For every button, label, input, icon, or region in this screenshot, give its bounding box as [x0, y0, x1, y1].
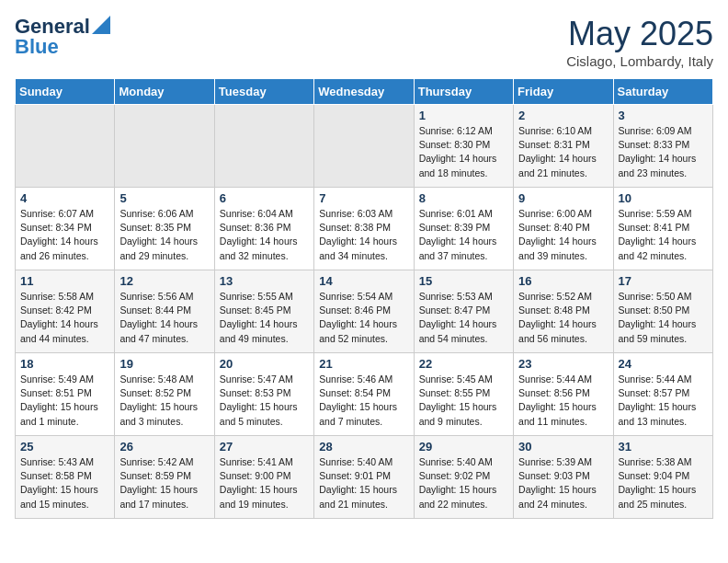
- day-number: 23: [518, 357, 608, 371]
- day-number: 18: [20, 357, 109, 371]
- calendar-cell: [314, 105, 414, 188]
- calendar-cell: [16, 105, 115, 188]
- day-number: 6: [220, 191, 309, 205]
- calendar-cell: 29Sunrise: 5:40 AM Sunset: 9:02 PM Dayli…: [414, 436, 513, 519]
- calendar-cell: 9Sunrise: 6:00 AM Sunset: 8:40 PM Daylig…: [514, 188, 613, 270]
- day-number: 27: [220, 440, 309, 454]
- calendar-cell: 23Sunrise: 5:44 AM Sunset: 8:56 PM Dayli…: [514, 353, 613, 436]
- calendar-cell: 25Sunrise: 5:43 AM Sunset: 8:58 PM Dayli…: [16, 436, 115, 519]
- calendar-cell: [115, 105, 214, 188]
- calendar-cell: 30Sunrise: 5:39 AM Sunset: 9:03 PM Dayli…: [514, 436, 613, 519]
- day-info: Sunrise: 6:10 AM Sunset: 8:31 PM Dayligh…: [518, 124, 608, 180]
- calendar-cell: 8Sunrise: 6:01 AM Sunset: 8:39 PM Daylig…: [414, 188, 513, 270]
- day-number: 31: [619, 440, 708, 454]
- day-number: 29: [419, 440, 508, 454]
- day-info: Sunrise: 5:42 AM Sunset: 8:59 PM Dayligh…: [119, 455, 209, 511]
- calendar-cell: 3Sunrise: 6:09 AM Sunset: 8:33 PM Daylig…: [613, 105, 712, 188]
- logo-triangle-icon: [92, 16, 110, 34]
- location: Cislago, Lombardy, Italy: [566, 53, 713, 69]
- day-number: 30: [518, 440, 608, 454]
- week-row-3: 11Sunrise: 5:58 AM Sunset: 8:42 PM Dayli…: [16, 270, 713, 353]
- day-number: 10: [619, 191, 708, 205]
- svg-marker-0: [92, 16, 110, 34]
- day-number: 15: [419, 274, 508, 288]
- day-number: 11: [20, 274, 109, 288]
- calendar-cell: 22Sunrise: 5:45 AM Sunset: 8:55 PM Dayli…: [414, 353, 513, 436]
- calendar-cell: 14Sunrise: 5:54 AM Sunset: 8:46 PM Dayli…: [314, 270, 414, 353]
- week-row-4: 18Sunrise: 5:49 AM Sunset: 8:51 PM Dayli…: [16, 353, 713, 436]
- day-number: 25: [20, 440, 109, 454]
- day-info: Sunrise: 5:52 AM Sunset: 8:48 PM Dayligh…: [518, 290, 608, 346]
- day-info: Sunrise: 6:09 AM Sunset: 8:33 PM Dayligh…: [619, 124, 708, 180]
- day-number: 17: [619, 274, 708, 288]
- day-info: Sunrise: 6:03 AM Sunset: 8:38 PM Dayligh…: [319, 207, 408, 263]
- calendar-table: SundayMondayTuesdayWednesdayThursdayFrid…: [15, 78, 713, 519]
- day-number: 7: [319, 191, 408, 205]
- logo: General Blue: [15, 15, 110, 59]
- calendar-cell: 11Sunrise: 5:58 AM Sunset: 8:42 PM Dayli…: [16, 270, 115, 353]
- day-number: 28: [319, 440, 408, 454]
- weekday-header-sunday: Sunday: [16, 79, 115, 105]
- weekday-header-wednesday: Wednesday: [314, 79, 414, 105]
- calendar-cell: 7Sunrise: 6:03 AM Sunset: 8:38 PM Daylig…: [314, 188, 414, 270]
- day-number: 20: [220, 357, 309, 371]
- day-info: Sunrise: 5:40 AM Sunset: 9:02 PM Dayligh…: [419, 455, 508, 511]
- week-row-1: 1Sunrise: 6:12 AM Sunset: 8:30 PM Daylig…: [16, 105, 713, 188]
- day-info: Sunrise: 6:00 AM Sunset: 8:40 PM Dayligh…: [518, 207, 608, 263]
- day-info: Sunrise: 5:50 AM Sunset: 8:50 PM Dayligh…: [619, 290, 708, 346]
- day-number: 9: [518, 191, 608, 205]
- calendar-cell: 13Sunrise: 5:55 AM Sunset: 8:45 PM Dayli…: [214, 270, 313, 353]
- day-info: Sunrise: 5:43 AM Sunset: 8:58 PM Dayligh…: [20, 455, 109, 511]
- weekday-header-monday: Monday: [115, 79, 214, 105]
- day-number: 1: [419, 109, 508, 122]
- day-number: 8: [419, 191, 508, 205]
- calendar-cell: 15Sunrise: 5:53 AM Sunset: 8:47 PM Dayli…: [414, 270, 513, 353]
- page-header: General Blue May 2025 Cislago, Lombardy,…: [15, 15, 713, 69]
- day-number: 13: [220, 274, 309, 288]
- calendar-cell: 20Sunrise: 5:47 AM Sunset: 8:53 PM Dayli…: [214, 353, 313, 436]
- calendar-cell: 5Sunrise: 6:06 AM Sunset: 8:35 PM Daylig…: [115, 188, 214, 270]
- weekday-header-saturday: Saturday: [613, 79, 712, 105]
- calendar-cell: 12Sunrise: 5:56 AM Sunset: 8:44 PM Dayli…: [115, 270, 214, 353]
- day-info: Sunrise: 6:07 AM Sunset: 8:34 PM Dayligh…: [20, 207, 109, 263]
- weekday-header-row: SundayMondayTuesdayWednesdayThursdayFrid…: [16, 79, 713, 105]
- calendar-cell: 21Sunrise: 5:46 AM Sunset: 8:54 PM Dayli…: [314, 353, 414, 436]
- day-info: Sunrise: 5:49 AM Sunset: 8:51 PM Dayligh…: [20, 373, 109, 429]
- day-info: Sunrise: 5:38 AM Sunset: 9:04 PM Dayligh…: [619, 455, 708, 511]
- calendar-cell: 27Sunrise: 5:41 AM Sunset: 9:00 PM Dayli…: [214, 436, 313, 519]
- calendar-cell: 10Sunrise: 5:59 AM Sunset: 8:41 PM Dayli…: [613, 188, 712, 270]
- day-info: Sunrise: 5:45 AM Sunset: 8:55 PM Dayligh…: [419, 373, 508, 429]
- day-number: 4: [20, 191, 109, 205]
- day-number: 3: [619, 109, 708, 122]
- calendar-cell: 31Sunrise: 5:38 AM Sunset: 9:04 PM Dayli…: [613, 436, 712, 519]
- day-info: Sunrise: 5:59 AM Sunset: 8:41 PM Dayligh…: [619, 207, 708, 263]
- day-number: 26: [119, 440, 209, 454]
- day-number: 12: [119, 274, 209, 288]
- calendar-cell: 28Sunrise: 5:40 AM Sunset: 9:01 PM Dayli…: [314, 436, 414, 519]
- day-info: Sunrise: 5:48 AM Sunset: 8:52 PM Dayligh…: [119, 373, 209, 429]
- calendar-cell: [214, 105, 313, 188]
- day-number: 14: [319, 274, 408, 288]
- weekday-header-friday: Friday: [514, 79, 613, 105]
- week-row-5: 25Sunrise: 5:43 AM Sunset: 8:58 PM Dayli…: [16, 436, 713, 519]
- day-info: Sunrise: 6:04 AM Sunset: 8:36 PM Dayligh…: [220, 207, 309, 263]
- day-info: Sunrise: 5:47 AM Sunset: 8:53 PM Dayligh…: [220, 373, 309, 429]
- weekday-header-thursday: Thursday: [414, 79, 513, 105]
- day-info: Sunrise: 5:40 AM Sunset: 9:01 PM Dayligh…: [319, 455, 408, 511]
- day-info: Sunrise: 5:46 AM Sunset: 8:54 PM Dayligh…: [319, 373, 408, 429]
- day-number: 21: [319, 357, 408, 371]
- day-number: 16: [518, 274, 608, 288]
- day-info: Sunrise: 5:54 AM Sunset: 8:46 PM Dayligh…: [319, 290, 408, 346]
- day-info: Sunrise: 5:41 AM Sunset: 9:00 PM Dayligh…: [220, 455, 309, 511]
- title-block: May 2025 Cislago, Lombardy, Italy: [566, 15, 713, 69]
- calendar-cell: 16Sunrise: 5:52 AM Sunset: 8:48 PM Dayli…: [514, 270, 613, 353]
- week-row-2: 4Sunrise: 6:07 AM Sunset: 8:34 PM Daylig…: [16, 188, 713, 270]
- day-number: 5: [119, 191, 209, 205]
- calendar-cell: 19Sunrise: 5:48 AM Sunset: 8:52 PM Dayli…: [115, 353, 214, 436]
- day-info: Sunrise: 5:44 AM Sunset: 8:56 PM Dayligh…: [518, 373, 608, 429]
- calendar-cell: 1Sunrise: 6:12 AM Sunset: 8:30 PM Daylig…: [414, 105, 513, 188]
- calendar-cell: 2Sunrise: 6:10 AM Sunset: 8:31 PM Daylig…: [514, 105, 613, 188]
- calendar-cell: 18Sunrise: 5:49 AM Sunset: 8:51 PM Dayli…: [16, 353, 115, 436]
- day-number: 24: [619, 357, 708, 371]
- calendar-cell: 24Sunrise: 5:44 AM Sunset: 8:57 PM Dayli…: [613, 353, 712, 436]
